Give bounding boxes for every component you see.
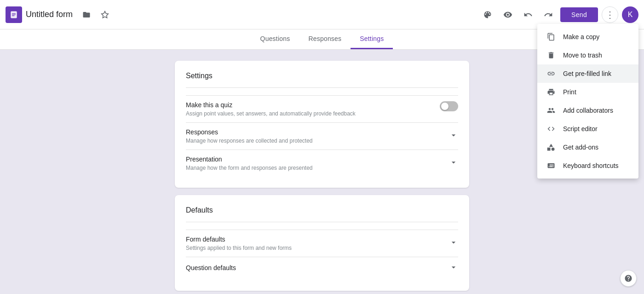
question-defaults-expand-icon xyxy=(449,263,458,274)
keyboard-icon xyxy=(546,161,556,170)
avatar[interactable]: K xyxy=(622,6,638,23)
presentation-expand-icon xyxy=(449,158,458,169)
menu-label-script-editor: Script editor xyxy=(563,125,598,133)
send-button[interactable]: Send xyxy=(560,7,598,22)
menu-label-print: Print xyxy=(563,88,576,96)
tab-settings[interactable]: Settings xyxy=(351,29,393,49)
svg-point-5 xyxy=(552,148,555,151)
header-icons xyxy=(78,6,113,23)
settings-card-title: Settings xyxy=(186,72,458,80)
tab-questions[interactable]: Questions xyxy=(251,29,299,49)
print-icon xyxy=(546,87,556,97)
form-defaults-desc: Settings applied to this form and new fo… xyxy=(186,245,292,251)
addons-icon xyxy=(546,143,556,152)
trash-icon xyxy=(546,51,556,60)
menu-item-print[interactable]: Print xyxy=(537,83,638,101)
star-icon[interactable] xyxy=(97,6,113,23)
menu-label-add-collaborators: Add collaborators xyxy=(563,107,613,114)
svg-rect-3 xyxy=(12,15,15,16)
quiz-setting-row: Make this a quiz Assign point values, se… xyxy=(186,95,458,122)
link-icon xyxy=(546,69,556,78)
menu-label-keyboard-shortcuts: Keyboard shortcuts xyxy=(563,162,619,169)
question-defaults-info: Question defaults xyxy=(186,264,236,273)
presentation-setting-info: Presentation Manage how the form and res… xyxy=(186,156,313,171)
quiz-setting-info: Make this a quiz Assign point values, se… xyxy=(186,101,356,117)
settings-card: Settings Make this a quiz Assign point v… xyxy=(175,61,469,188)
quiz-setting-desc: Assign point values, set answers, and au… xyxy=(186,110,356,117)
form-defaults-name: Form defaults xyxy=(186,236,292,243)
menu-label-get-addons: Get add-ons xyxy=(563,144,598,151)
form-title: Untitled form xyxy=(26,10,73,19)
responses-expand-icon xyxy=(449,131,458,142)
menu-item-add-collaborators[interactable]: Add collaborators xyxy=(537,101,638,120)
toggle-thumb xyxy=(441,103,448,110)
form-defaults-row[interactable]: Form defaults Settings applied to this f… xyxy=(186,230,458,257)
defaults-card: Defaults Form defaults Settings applied … xyxy=(175,195,469,291)
app-icon xyxy=(6,6,22,23)
dropdown-menu: Make a copy Move to trash Get pre-filled… xyxy=(537,24,638,179)
svg-marker-4 xyxy=(102,11,109,17)
quiz-setting-name: Make this a quiz xyxy=(186,101,356,109)
undo-icon[interactable] xyxy=(520,6,536,23)
quiz-toggle[interactable] xyxy=(440,101,458,111)
responses-setting-info: Responses Manage how responses are colle… xyxy=(186,128,313,144)
redo-icon[interactable] xyxy=(540,6,557,23)
presentation-setting-name: Presentation xyxy=(186,156,313,163)
menu-label-move-trash: Move to trash xyxy=(563,52,602,59)
menu-label-pre-filled-link: Get pre-filled link xyxy=(563,70,611,77)
svg-rect-2 xyxy=(12,14,16,15)
question-defaults-name: Question defaults xyxy=(186,264,236,271)
more-options-button[interactable]: ⋮ xyxy=(602,6,618,23)
menu-item-pre-filled-link[interactable]: Get pre-filled link xyxy=(537,64,638,83)
settings-divider xyxy=(186,87,458,88)
presentation-setting-desc: Manage how the form and responses are pr… xyxy=(186,165,313,171)
defaults-divider xyxy=(186,222,458,222)
copy-icon xyxy=(546,32,556,41)
question-defaults-row[interactable]: Question defaults xyxy=(186,257,458,280)
header-left: Untitled form xyxy=(6,6,113,23)
form-defaults-info: Form defaults Settings applied to this f… xyxy=(186,236,292,251)
defaults-card-title: Defaults xyxy=(186,206,458,214)
svg-rect-6 xyxy=(547,148,551,151)
header-right: Send ⋮ K xyxy=(479,6,638,23)
responses-setting-desc: Manage how responses are collected and p… xyxy=(186,138,313,144)
presentation-setting-row[interactable]: Presentation Manage how the form and res… xyxy=(186,150,458,177)
code-icon xyxy=(546,124,556,133)
tab-responses[interactable]: Responses xyxy=(299,29,351,49)
svg-rect-1 xyxy=(12,13,16,13)
menu-label-make-copy: Make a copy xyxy=(563,33,599,40)
folder-icon[interactable] xyxy=(78,6,95,23)
menu-item-make-copy[interactable]: Make a copy xyxy=(537,28,638,46)
menu-item-get-addons[interactable]: Get add-ons xyxy=(537,138,638,156)
responses-setting-name: Responses xyxy=(186,128,313,136)
preview-icon[interactable] xyxy=(500,6,516,23)
help-button[interactable] xyxy=(620,270,637,287)
menu-item-keyboard-shortcuts[interactable]: Keyboard shortcuts xyxy=(537,156,638,175)
menu-item-script-editor[interactable]: Script editor xyxy=(537,120,638,138)
people-icon xyxy=(546,106,556,115)
form-defaults-expand-icon xyxy=(449,238,458,249)
palette-icon[interactable] xyxy=(479,6,496,23)
menu-item-move-trash[interactable]: Move to trash xyxy=(537,46,638,64)
responses-setting-row[interactable]: Responses Manage how responses are colle… xyxy=(186,122,458,150)
